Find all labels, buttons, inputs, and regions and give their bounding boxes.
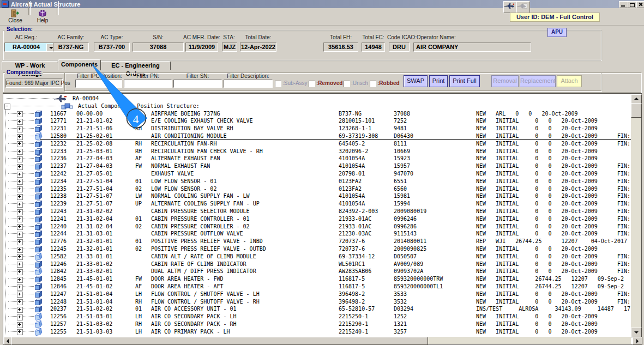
tree-row[interactable]: 12246 21-33-01-02 CABIN RATE OF CLIMB IN… [4, 261, 631, 268]
print-full-button[interactable]: Print Full [449, 75, 480, 87]
expand-icon[interactable] [17, 111, 23, 117]
tree-row[interactable]: 12237 21-27-04-03 FW NORMAL EXHAUST FAN … [4, 162, 631, 170]
tree-row[interactable]: 12257 21-51-03-02 RH AIR CO SECONDARY PA… [4, 320, 631, 328]
tab-components[interactable]: Components [58, 59, 101, 70]
tree-row[interactable]: 12236 21-27-04-03 AF ALTERNATE EXHAUST F… [4, 155, 631, 162]
help-button[interactable]: Help [31, 9, 55, 24]
attach-button[interactable]: Attach [557, 75, 582, 87]
tree-row[interactable]: 12241 21-31-02-04 01 CABIN PRESSURE CONT… [4, 215, 631, 223]
tab-wp-work-package[interactable]: WP - Work Package [2, 61, 58, 70]
expand-icon[interactable] [17, 202, 23, 208]
component-box-icon [34, 185, 43, 193]
expand-icon[interactable] [17, 149, 23, 155]
maximize-button[interactable] [628, 1, 637, 8]
removal-button[interactable]: Removal [491, 75, 519, 87]
sub-assy-checkbox[interactable] [275, 81, 281, 87]
expand-icon[interactable] [17, 216, 23, 222]
scroll-down-button[interactable] [631, 328, 642, 337]
expand-icon[interactable] [17, 172, 23, 178]
apu-button[interactable]: APU [547, 28, 567, 37]
tree-row[interactable]: 12233 21-25-03-01 RH RECIRCULATION FAN C… [4, 148, 631, 155]
expand-icon[interactable] [17, 307, 23, 313]
tree-row[interactable]: 12256 21-51-03-01 LH AIR CO SECONDARY PA… [4, 313, 631, 320]
aircraft-tool-button[interactable] [503, 1, 517, 13]
vertical-scrollbar[interactable] [631, 94, 641, 336]
tree-row[interactable]: 12242 21-27-05-01 EXHAUST VALVE 20798-01… [4, 170, 631, 178]
aircraft-report-button-disabled[interactable] [516, 1, 530, 13]
expand-icon[interactable] [17, 269, 23, 275]
expand-icon[interactable] [17, 285, 23, 290]
expand-icon[interactable] [17, 179, 23, 185]
tab-ec-engineering-orders[interactable]: EC - Engineering Orders [100, 61, 171, 70]
expand-icon[interactable] [17, 292, 23, 298]
component-sn: 2009090825 [394, 245, 426, 253]
close-window-button[interactable] [636, 1, 644, 8]
expand-icon[interactable] [17, 224, 23, 230]
tree-row[interactable]: 12846 21-45-01-02 AF DOOR AREA HEATER - … [4, 283, 631, 290]
expand-icon[interactable] [17, 119, 23, 125]
tree-guide [8, 316, 17, 317]
tree-row[interactable]: 12771 21-21-01-02 E/E COOLING EXHAUST CH… [4, 117, 631, 125]
tree-row[interactable]: 12842 21-33-02-01 DUAL ALTM / DIFF PRESS… [4, 268, 631, 275]
expand-icon[interactable] [17, 277, 23, 283]
tree-row[interactable]: 12245 21-32-01-01 02 POSITIVE PRESS RELI… [4, 245, 631, 253]
filter-description-input[interactable] [224, 80, 273, 88]
tree-row[interactable]: 12845 21-45-01-01 FW DOOR AREA HEATER - … [4, 275, 631, 283]
tree-row[interactable]: 12232 21-25-02-08 RH RECIRCULATION FAN-R… [4, 140, 631, 148]
tree-row[interactable]: 12255 21-51-03-03 LH AIR CO PRIMARY PACK… [4, 328, 631, 336]
component-ipc-position: 21-31-02-04 [76, 215, 112, 223]
collapse-icon[interactable] [4, 104, 10, 110]
expand-icon[interactable] [17, 247, 23, 253]
airplane-icon [504, 2, 515, 10]
filter-sn-input[interactable] [173, 80, 222, 88]
expand-icon[interactable] [17, 322, 23, 328]
expand-icon[interactable] [17, 186, 23, 192]
tree-row[interactable]: 12243 21-31-02-02 CABIN PRESSURE SELECTO… [4, 208, 631, 215]
expand-icon[interactable] [17, 299, 23, 305]
tree-row[interactable]: 12582 21-33-01-01 CABIN ALT / RATE OF CL… [4, 253, 631, 261]
expand-icon[interactable] [17, 232, 23, 238]
expand-icon[interactable] [17, 254, 23, 260]
tree-row[interactable]: 12580 21-25-02-01 AIR CONDITIONING MODUL… [4, 132, 631, 140]
component-status: NEW INITIAL 0 0 20-Oct-2009 FIN: [476, 261, 630, 268]
expand-icon[interactable] [17, 329, 23, 335]
swap-button[interactable]: SWAP [404, 75, 428, 87]
tree-row[interactable]: 12248 21-51-01-04 RH FLOW CONTROL / SHUT… [4, 298, 631, 306]
minimize-button[interactable] [619, 1, 628, 8]
ac-reg-combobox[interactable]: RA-00004 [4, 43, 57, 52]
expand-icon[interactable] [17, 262, 23, 268]
robbed-checkbox[interactable] [370, 81, 376, 87]
filter-ipc-input[interactable] [75, 80, 122, 88]
tree-row[interactable]: 12234 21-27-51-04 01 LOW FLOW SENSOR - 0… [4, 178, 631, 185]
tree-row[interactable]: 11667 00-00-00 AIRFRAME BOEING 737NG B73… [4, 110, 631, 118]
tree-row[interactable]: 20237 21-51-02-02 01 AIR CO ACCESSORY UN… [4, 305, 631, 313]
tree-row[interactable]: 12244 21-31-03-01 CABIN PRESSURE OUTFLOW… [4, 230, 631, 238]
tree-row[interactable]: 12235 21-27-51-04 02 LOW FLOW SENSOR - 0… [4, 185, 631, 193]
tree-row[interactable]: 12247 21-51-01-04 LH FLOW CONTROL / SHUT… [4, 290, 631, 298]
horizontal-scrollbar-thumb[interactable] [11, 337, 428, 345]
expand-icon[interactable] [17, 126, 23, 132]
close-button[interactable]: Close [3, 9, 27, 24]
filter-pn-input[interactable] [124, 80, 172, 88]
tree-row[interactable]: 12240 21-31-02-04 02 CABIN PRESSURE CONT… [4, 223, 631, 231]
tree-root-row[interactable]: RA-00004 [4, 95, 631, 102]
expand-icon[interactable] [17, 194, 23, 200]
print-button[interactable]: Print [429, 75, 448, 87]
expand-icon[interactable] [17, 134, 23, 140]
tree-row[interactable]: 12776 21-32-01-01 01 POSITIVE PRESS RELI… [4, 238, 631, 245]
expand-icon[interactable] [17, 314, 23, 320]
expand-icon[interactable] [17, 141, 23, 147]
expand-icon[interactable] [17, 209, 23, 215]
unsch-checkbox[interactable] [344, 81, 350, 87]
expand-icon[interactable] [17, 239, 23, 245]
tree-row[interactable]: 12239 21-27-51-07 UP ALTERNATE COOLING S… [4, 200, 631, 208]
tree-node-row[interactable]: Actual Components Position Structure: [4, 102, 631, 110]
tree-row[interactable]: 12238 21-27-51-07 LW NORMAL COOLING SUPP… [4, 192, 631, 200]
scroll-right-button[interactable] [633, 337, 642, 345]
replacement-button[interactable]: Replacement [520, 75, 556, 87]
tree-row[interactable]: 12231 21-21-51-06 RH DISTRIBUTION BAY VA… [4, 125, 631, 132]
expand-icon[interactable] [17, 164, 23, 170]
removed-checkbox[interactable] [309, 81, 315, 87]
expand-icon[interactable] [17, 156, 23, 162]
vertical-scrollbar-thumb[interactable] [631, 103, 642, 118]
